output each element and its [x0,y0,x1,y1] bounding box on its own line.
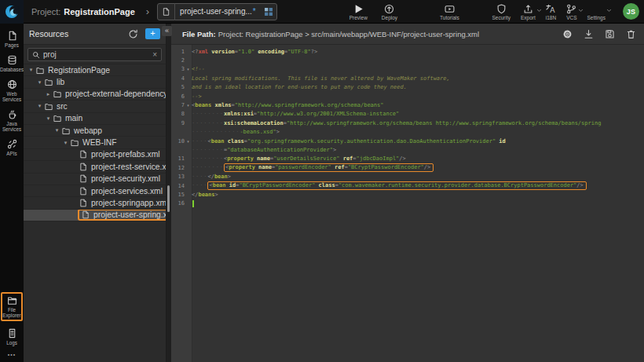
editor-settings-icon[interactable] [562,29,573,39]
code-text: <!-- [192,66,644,72]
sidebar-item-java-services[interactable]: Java Services [1,109,23,132]
tree-item-label: project-external-dependency-jars [65,90,166,98]
fold-arrow-icon[interactable]: ▾ [185,103,192,108]
project-label: Project: [31,7,60,16]
sidebar-item-logs[interactable]: Logs [1,328,23,346]
delete-icon[interactable] [626,29,636,39]
export-button[interactable]: Export [521,4,536,20]
code-line-2[interactable]: 2 [171,56,644,64]
tree-item-src[interactable]: ▾src [24,101,166,112]
tree-item-project-external-dependency-jars[interactable]: ▸project-external-dependency-jars [24,89,166,101]
fold-arrow-icon[interactable]: ▾ [185,139,192,144]
code-line-3[interactable]: 3▾<!-- [171,65,644,74]
file-icon [79,199,88,207]
databases-label: Databases [0,67,24,72]
line-number: 7 [171,102,185,108]
sidebar-item-pages[interactable]: Pages [1,31,23,48]
code-line-9[interactable]: 9········xsi:schemaLocation="http://www.… [171,119,644,127]
code-line-14[interactable]: 14····<bean id="BCryptPasswordEncoder" c… [171,181,644,190]
line-number: 10 [171,138,185,144]
tree-item-label: project-user-spring.xml [93,210,166,219]
preview-label: Preview [349,15,368,20]
code-line-16[interactable]: 16 [171,199,644,208]
code-line-wrap[interactable]: ············-beans.xsd"> [171,128,644,137]
tree-item-project-user-spring.xml[interactable]: project-user-spring.xml [24,210,166,221]
grid-view-icon[interactable] [261,3,276,20]
sidebar-item-web-services[interactable]: Web Services [1,79,23,102]
code-line-11[interactable]: 11········<property name="userDetailsSer… [171,155,644,163]
tree-item-project-springapp.xml[interactable]: project-springapp.xml [24,197,166,209]
file-icon [81,210,90,219]
tree-item-WEB-INF[interactable]: ▾WEB-INF [24,137,166,148]
search-input[interactable] [40,50,152,59]
code-text: ········<property name="userDetailsServi… [192,155,644,162]
collapse-panel-button[interactable]: « [162,26,172,36]
logs-label: Logs [6,340,17,346]
sidebar-item-file-explorer[interactable]: File Explorer [1,292,23,321]
vcs-button[interactable]: VCS [566,4,576,20]
code-area[interactable]: 1<?xml version="1.0" encoding="UTF-8"?>2… [171,45,644,362]
code-text: ····</bean> [192,174,644,180]
tree-caret-icon[interactable]: ▾ [27,67,35,73]
tree-caret-icon[interactable]: ▸ [45,91,52,97]
code-line-10[interactable]: 10▾····<bean class="org.springframework.… [171,137,644,145]
save-icon[interactable] [605,29,615,39]
project-breadcrumb[interactable]: Project: RegistrationPage [31,7,135,16]
tree-caret-icon[interactable]: ▾ [36,79,43,86]
tree-item-webapp[interactable]: ▾webapp [24,125,166,137]
tree-item-label: main [65,114,82,122]
code-line-wrap[interactable]: ········="databaseAuthenticationProvider… [171,145,644,154]
svg-text:A: A [550,5,555,14]
code-line-7[interactable]: 7▾<beans xmlns="http://www.springframewo… [171,101,644,109]
tree-caret-icon[interactable]: ▾ [45,115,52,122]
tree-caret-icon[interactable]: ▾ [36,103,43,109]
wavemaker-logo-icon[interactable] [0,0,24,24]
search-box[interactable]: × [27,48,162,61]
code-line-4[interactable]: 4Local spring modifications. This file i… [171,74,644,82]
code-line-5[interactable]: 5and is an ideal location for end-users … [171,83,644,92]
code-line-6[interactable]: 6--> [171,92,644,101]
tree-item-project-services.xml[interactable]: project-services.xml [24,185,166,197]
security-button[interactable]: Security [492,4,510,20]
tree-item-project-rest-service.xml[interactable]: project-rest-service.xml [24,161,166,173]
tree-item-main[interactable]: ▾main [24,113,166,125]
tree-item-project-prefabs.xml[interactable]: project-prefabs.xml [24,149,166,161]
tree-item-project-security.xml[interactable]: project-security.xml [24,174,166,185]
tutorials-button[interactable]: Tutorials [440,4,459,20]
tree-caret-icon[interactable]: ▾ [53,127,60,133]
refresh-icon[interactable] [128,29,138,39]
tutorials-label: Tutorials [440,15,459,20]
line-number: 16 [171,200,185,207]
code-line-13[interactable]: 13····</bean> [171,172,644,181]
tree-caret-icon[interactable]: ▾ [62,140,69,146]
wavemaker-studio: Project: RegistrationPage › project-user… [0,0,644,362]
clear-search-icon[interactable]: × [152,50,157,59]
settings-button[interactable]: Settings [587,4,606,20]
sidebar-item-apis[interactable]: APIs [1,139,23,156]
code-text [192,200,644,207]
code-line-1[interactable]: 1<?xml version="1.0" encoding="UTF-8"?> [171,47,644,56]
download-icon[interactable] [584,29,594,39]
fold-arrow-icon[interactable]: ▾ [185,67,192,71]
line-number: 2 [171,57,185,64]
add-resource-button[interactable]: + [145,28,160,39]
more-options-button[interactable]: ••• [8,352,16,357]
preview-button[interactable]: Preview [349,4,368,20]
deploy-button[interactable]: Deploy [382,4,397,20]
code-line-12[interactable]: 12········<property name="passwordEncode… [171,163,644,172]
tree-item-lib[interactable]: ▾lib [24,76,166,88]
chevron-right-icon: › [146,5,149,17]
folder-icon [53,114,62,122]
open-file-tab[interactable]: project-user-spring...* [157,3,277,20]
line-number: 15 [171,192,185,198]
folder-icon [53,90,62,98]
code-line-8[interactable]: 8········xmlns:xsi="http://www.w3.org/20… [171,110,644,119]
user-avatar[interactable]: JS [623,3,639,20]
panel-scrollbar[interactable] [167,185,170,212]
tree-item-RegistrationPage[interactable]: ▾RegistrationPage [24,64,166,76]
i18n-button[interactable]: Ai18N [546,4,556,20]
sidebar-item-databases[interactable]: Databases [1,55,23,72]
code-line-15[interactable]: 15</beans> [171,190,644,199]
tab-file-name[interactable]: project-user-spring...* [175,7,261,16]
tree-item-label: lib [57,78,64,86]
